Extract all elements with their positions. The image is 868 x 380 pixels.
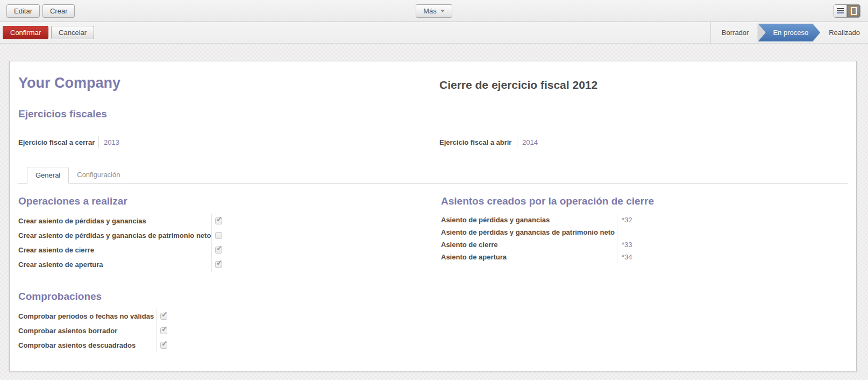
field-row: Asiento de apertura *34 bbox=[441, 251, 848, 263]
field-row: Comprobar asientos descuadrados bbox=[18, 338, 425, 353]
field-row: Asiento de cierre *33 bbox=[441, 238, 848, 251]
checkbox bbox=[215, 247, 222, 254]
tab-configuracion[interactable]: Configuración bbox=[69, 167, 128, 184]
right-column: Asientos creados por la operación de cie… bbox=[441, 187, 848, 353]
field-label: Crear asiento de apertura bbox=[18, 257, 212, 272]
field-label: Comprobar asientos descuadrados bbox=[18, 338, 157, 353]
cancel-button[interactable]: Cancelar bbox=[51, 26, 94, 39]
field-row: Crear asiento de pérdidas y ganancias bbox=[18, 214, 425, 228]
field-row: Asiento de pérdidas y ganancias *32 bbox=[441, 214, 848, 226]
field-row: Asiento de pérdidas y ganancias de patri… bbox=[441, 226, 848, 238]
form-view-icon bbox=[851, 7, 857, 15]
checkbox bbox=[215, 217, 222, 224]
action-buttons: Confirmar Cancelar bbox=[3, 26, 94, 39]
move-link[interactable]: *32 bbox=[617, 216, 632, 224]
field-row: Crear asiento de cierre bbox=[18, 243, 425, 257]
checkbox bbox=[160, 342, 167, 349]
field-label: Asiento de pérdidas y ganancias bbox=[441, 214, 617, 226]
view-switcher bbox=[834, 4, 860, 18]
edit-create-group: Editar Crear bbox=[6, 4, 75, 18]
status-realizado: Realizado bbox=[820, 29, 868, 37]
tab-general-content: Operaciones a realizar Crear asiento de … bbox=[18, 187, 848, 353]
statusbar-divider bbox=[710, 22, 711, 43]
fiscal-year-fields: Ejercicio fiscal a cerrar 2013 Ejercicio… bbox=[18, 136, 848, 148]
checkbox bbox=[160, 327, 167, 334]
status-borrador: Borrador bbox=[713, 29, 758, 37]
field-label: Asiento de apertura bbox=[441, 251, 617, 263]
confirm-button[interactable]: Confirmar bbox=[3, 26, 48, 39]
page-title: Cierre de ejercicio fiscal 2012 bbox=[439, 79, 848, 92]
field-row: Crear asiento de pérdidas y ganancias de… bbox=[18, 228, 425, 243]
left-column: Operaciones a realizar Crear asiento de … bbox=[18, 187, 425, 353]
checkbox bbox=[215, 232, 222, 239]
chevron-down-icon bbox=[440, 10, 445, 12]
checkbox bbox=[215, 261, 222, 268]
field-fiscal-year-close: Ejercicio fiscal a cerrar 2013 bbox=[18, 136, 426, 148]
group-checks-title: Comprobaciones bbox=[18, 291, 425, 302]
create-button[interactable]: Crear bbox=[42, 4, 75, 18]
group-moves-title: Asientos creados por la operación de cie… bbox=[441, 195, 848, 207]
edit-button[interactable]: Editar bbox=[6, 4, 40, 18]
field-label: Asiento de pérdidas y ganancias de patri… bbox=[441, 226, 617, 238]
group-checks: Comprobaciones Comprobar periodos o fech… bbox=[18, 291, 425, 353]
list-view-icon bbox=[837, 8, 844, 13]
action-toolbar: Confirmar Cancelar Borrador En proceso R… bbox=[0, 22, 868, 44]
field-label: Ejercicio fiscal a abrir bbox=[439, 138, 517, 146]
content-background: Your Company Cierre de ejercicio fiscal … bbox=[0, 44, 868, 380]
list-view-button[interactable] bbox=[834, 5, 847, 17]
field-label: Crear asiento de pérdidas y ganancias de… bbox=[18, 228, 212, 243]
company-name-link[interactable]: Your Company bbox=[18, 75, 426, 92]
section-fiscal-years-title: Ejercicios fiscales bbox=[18, 108, 848, 120]
more-dropdown-button[interactable]: Más bbox=[416, 4, 452, 18]
more-label: Más bbox=[423, 7, 437, 15]
field-label: Comprobar asientos borrador bbox=[18, 323, 157, 338]
group-moves: Asientos creados por la operación de cie… bbox=[441, 195, 848, 263]
field-row: Comprobar asientos borrador bbox=[18, 323, 425, 338]
checkbox bbox=[160, 313, 167, 320]
top-toolbar: Editar Crear Más bbox=[0, 0, 868, 22]
field-label: Comprobar periodos o fechas no válidas bbox=[18, 309, 157, 323]
form-sheet: Your Company Cierre de ejercicio fiscal … bbox=[9, 61, 857, 371]
more-group: Más bbox=[0, 4, 868, 18]
move-link[interactable]: *34 bbox=[617, 253, 632, 261]
fiscal-year-close-value[interactable]: 2013 bbox=[99, 138, 119, 146]
notebook-tabs: General Configuración bbox=[18, 167, 848, 184]
sheet-header: Your Company Cierre de ejercicio fiscal … bbox=[18, 68, 848, 92]
field-label: Crear asiento de cierre bbox=[18, 243, 212, 257]
statusbar: Borrador En proceso Realizado bbox=[710, 22, 868, 43]
field-row: Comprobar periodos o fechas no válidas bbox=[18, 309, 425, 323]
field-row: Crear asiento de apertura bbox=[18, 257, 425, 272]
status-en-proceso-active: En proceso bbox=[758, 24, 820, 41]
move-link[interactable]: *33 bbox=[617, 241, 632, 249]
group-operations: Operaciones a realizar Crear asiento de … bbox=[18, 195, 425, 272]
field-fiscal-year-open: Ejercicio fiscal a abrir 2014 bbox=[439, 136, 848, 148]
field-label: Crear asiento de pérdidas y ganancias bbox=[18, 214, 212, 228]
form-view-button[interactable] bbox=[847, 5, 860, 17]
field-label: Ejercicio fiscal a cerrar bbox=[18, 138, 98, 146]
field-label: Asiento de cierre bbox=[441, 238, 617, 251]
group-operations-title: Operaciones a realizar bbox=[18, 195, 425, 207]
tab-general[interactable]: General bbox=[27, 167, 69, 184]
fiscal-year-open-value[interactable]: 2014 bbox=[517, 138, 538, 146]
